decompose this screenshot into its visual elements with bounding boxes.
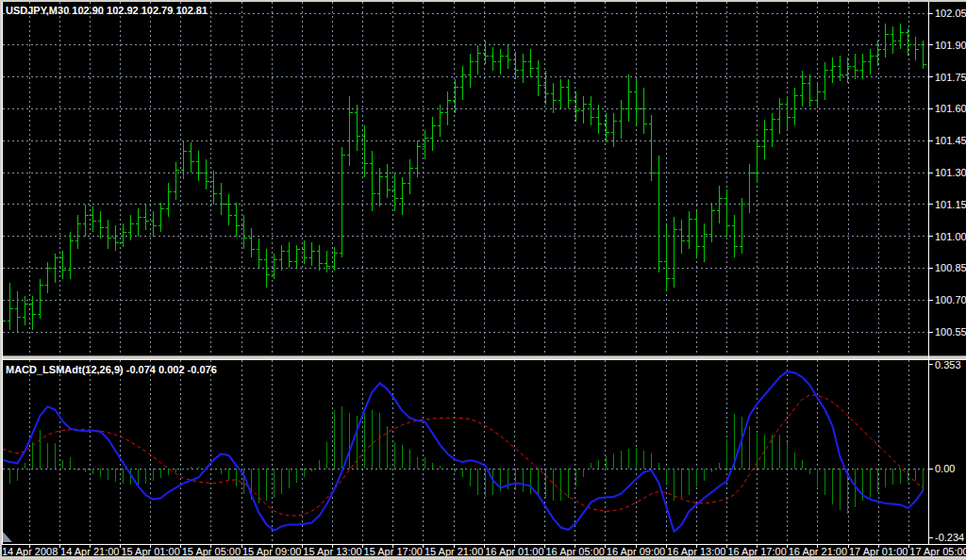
time-label: 14 Apr 21:00 (60, 546, 119, 557)
macd-tick-label: 0.353 (935, 359, 961, 371)
price-tick-label: 100.55 (935, 326, 966, 338)
frame-top (0, 0, 966, 2)
time-label: 17 Apr 01:00 (849, 546, 908, 557)
time-label: 14 Apr 2008 (2, 546, 58, 557)
time-label: 16 Apr 05:00 (546, 546, 605, 557)
frame-left (0, 0, 2, 560)
price-tick-label: 101.45 (935, 135, 966, 146)
price-tick-label: 101.75 (935, 72, 966, 83)
price-tick-label: 100.85 (935, 262, 966, 273)
price-tick-label: 101.90 (935, 40, 966, 51)
price-tick-label: 100.70 (935, 294, 966, 305)
macd-tick-label: -0.234 (935, 532, 964, 543)
macd-tick-label: 0.00 (935, 463, 955, 474)
time-label: 15 Apr 05:00 (182, 546, 241, 557)
time-label: 15 Apr 09:00 (242, 546, 301, 557)
time-label: 15 Apr 17:00 (364, 546, 423, 557)
price-tick-label: 101.30 (935, 167, 966, 178)
price-tick-label: 101.15 (935, 199, 966, 210)
time-label: 16 Apr 21:00 (789, 546, 847, 557)
time-label: 16 Apr 01:00 (485, 546, 543, 557)
price-tick-label: 102.05 (935, 8, 966, 19)
time-label: 15 Apr 13:00 (303, 546, 361, 557)
chart-window: 102.05101.90101.75101.60101.45101.30101.… (0, 0, 966, 560)
time-label: 15 Apr 21:00 (425, 546, 483, 557)
frame-bottom (0, 556, 966, 560)
time-label: 15 Apr 01:00 (121, 546, 179, 557)
time-label: 16 Apr 13:00 (667, 546, 725, 557)
chart-background (0, 0, 966, 560)
time-label: 16 Apr 09:00 (607, 546, 665, 557)
time-label: 17 Apr 05:00 (909, 546, 966, 557)
price-tick-label: 101.00 (935, 231, 966, 242)
price-tick-label: 101.60 (935, 103, 966, 114)
chart-title: USDJPY,M30 102.90 102.92 102.79 102.81 (6, 5, 208, 16)
macd-indicator-label: MACD_LSMAdt(12,26,9) -0.074 0.002 -0.076 (6, 364, 217, 375)
time-label: 16 Apr 17:00 (727, 546, 786, 557)
